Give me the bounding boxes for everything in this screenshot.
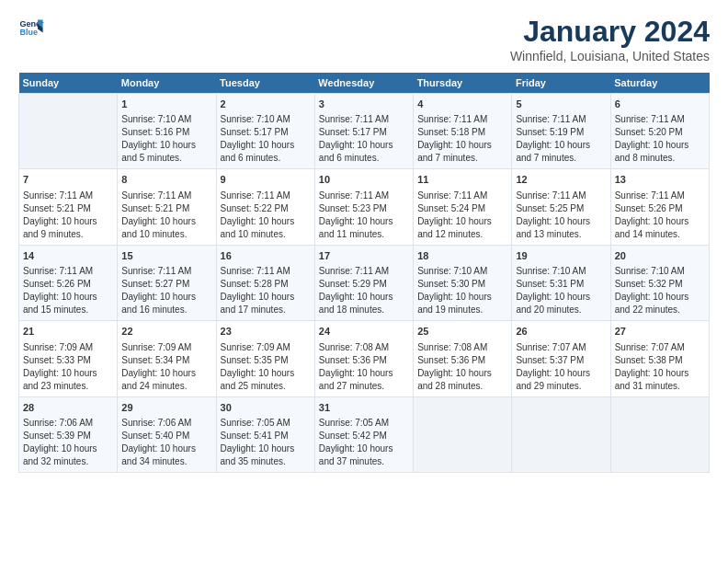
calendar-cell: 8Sunrise: 7:11 AMSunset: 5:21 PMDaylight… [118,169,216,245]
day-info-line: Daylight: 10 hours [221,442,311,455]
day-info-line: and 6 minutes. [221,152,311,165]
day-info-line: Sunset: 5:26 PM [615,202,705,215]
day-info-line: Daylight: 10 hours [516,139,606,152]
day-info-line: Sunrise: 7:10 AM [417,265,507,278]
day-info-line: and 9 minutes. [23,228,113,241]
calendar-cell: 24Sunrise: 7:08 AMSunset: 5:36 PMDayligh… [314,321,413,396]
day-info-line: Sunrise: 7:11 AM [516,113,606,126]
day-info-line: Sunrise: 7:08 AM [319,341,409,354]
day-info-line: Sunrise: 7:09 AM [121,341,211,354]
day-info-line: and 12 minutes. [417,228,507,241]
day-info-line: Sunrise: 7:11 AM [23,190,113,202]
calendar-cell: 26Sunrise: 7:07 AMSunset: 5:37 PMDayligh… [512,321,610,396]
day-info-line: and 8 minutes. [615,152,705,165]
day-info-line: and 24 minutes. [121,380,211,393]
day-info-line: Sunrise: 7:11 AM [516,190,606,202]
day-info-line: Daylight: 10 hours [417,139,507,152]
day-info-line: and 10 minutes. [221,228,311,241]
day-number: 1 [121,98,211,111]
day-info-line: Sunset: 5:32 PM [615,278,705,291]
calendar-cell: 20Sunrise: 7:10 AMSunset: 5:32 PMDayligh… [610,245,709,320]
day-info-line: Daylight: 10 hours [121,139,211,152]
day-info-line: Sunset: 5:17 PM [221,126,311,139]
day-info-line: and 17 minutes. [221,304,311,316]
day-info-line: and 34 minutes. [121,455,211,468]
day-info-line: Sunset: 5:21 PM [23,202,113,215]
day-info-line: and 23 minutes. [23,380,113,393]
day-info-line: Daylight: 10 hours [319,291,409,304]
day-info-line: Sunrise: 7:06 AM [121,417,211,430]
day-info-line: Daylight: 10 hours [221,215,311,228]
day-number: 15 [121,249,211,263]
day-info-line: Sunset: 5:36 PM [417,354,507,367]
day-number: 21 [23,325,113,339]
day-info-line: Sunset: 5:40 PM [121,430,211,442]
calendar-cell: 2Sunrise: 7:10 AMSunset: 5:17 PMDaylight… [216,94,314,169]
day-info-line: Sunset: 5:37 PM [516,354,606,367]
calendar-cell [610,396,709,472]
day-number: 28 [23,401,113,415]
day-info-line: and 27 minutes. [319,380,409,393]
day-info-line: Sunrise: 7:11 AM [319,113,409,126]
day-info-line: Daylight: 10 hours [23,442,113,455]
calendar-cell [512,396,610,472]
header-sunday: Sunday [19,73,118,94]
day-info-line: Daylight: 10 hours [121,367,211,380]
calendar-table: Sunday Monday Tuesday Wednesday Thursday… [18,73,710,473]
day-number: 25 [417,325,507,339]
week-row-2: 7Sunrise: 7:11 AMSunset: 5:21 PMDaylight… [19,169,710,245]
day-info-line: and 31 minutes. [615,380,705,393]
day-info-line: Sunrise: 7:11 AM [417,113,507,126]
day-number: 13 [615,173,705,187]
day-info-line: Sunset: 5:39 PM [23,430,113,442]
day-info-line: Sunset: 5:22 PM [221,202,311,215]
page-header: General Blue January 2024 Winnfield, Lou… [18,15,710,63]
day-info-line: Sunrise: 7:06 AM [23,417,113,430]
day-info-line: Daylight: 10 hours [23,367,113,380]
day-info-line: Sunset: 5:18 PM [417,126,507,139]
day-info-line: Sunset: 5:26 PM [23,278,113,291]
day-info-line: and 7 minutes. [417,152,507,165]
day-info-line: Sunrise: 7:11 AM [121,265,211,278]
calendar-cell: 22Sunrise: 7:09 AMSunset: 5:34 PMDayligh… [118,321,216,396]
day-info-line: Sunset: 5:21 PM [121,202,211,215]
day-number: 18 [417,249,507,263]
day-info-line: Sunrise: 7:09 AM [221,341,311,354]
logo-icon: General Blue [18,15,44,40]
day-info-line: Sunrise: 7:11 AM [221,190,311,202]
day-info-line: Sunrise: 7:10 AM [615,265,705,278]
calendar-cell: 31Sunrise: 7:05 AMSunset: 5:42 PMDayligh… [314,396,413,472]
calendar-cell: 7Sunrise: 7:11 AMSunset: 5:21 PMDaylight… [19,169,118,245]
day-info-line: Daylight: 10 hours [319,367,409,380]
calendar-cell: 9Sunrise: 7:11 AMSunset: 5:22 PMDaylight… [216,169,314,245]
title-section: January 2024 Winnfield, Louisiana, Unite… [510,15,710,63]
week-row-1: 1Sunrise: 7:10 AMSunset: 5:16 PMDaylight… [19,94,710,169]
calendar-body: 1Sunrise: 7:10 AMSunset: 5:16 PMDaylight… [19,94,710,473]
day-info-line: and 6 minutes. [319,152,409,165]
day-info-line: and 7 minutes. [516,152,606,165]
calendar-cell: 12Sunrise: 7:11 AMSunset: 5:25 PMDayligh… [512,169,610,245]
calendar-cell: 30Sunrise: 7:05 AMSunset: 5:41 PMDayligh… [216,396,314,472]
calendar-cell: 16Sunrise: 7:11 AMSunset: 5:28 PMDayligh… [216,245,314,320]
day-info-line: Daylight: 10 hours [615,367,705,380]
day-info-line: Sunrise: 7:11 AM [417,190,507,202]
day-info-line: Daylight: 10 hours [319,215,409,228]
day-info-line: Sunset: 5:29 PM [319,278,409,291]
day-info-line: Daylight: 10 hours [121,442,211,455]
calendar-cell: 18Sunrise: 7:10 AMSunset: 5:30 PMDayligh… [414,245,512,320]
day-info-line: Daylight: 10 hours [417,291,507,304]
day-info-line: Daylight: 10 hours [319,442,409,455]
day-info-line: and 18 minutes. [319,304,409,316]
day-number: 22 [121,325,211,339]
day-info-line: Sunrise: 7:07 AM [615,341,705,354]
calendar-cell: 11Sunrise: 7:11 AMSunset: 5:24 PMDayligh… [414,169,512,245]
day-info-line: Daylight: 10 hours [121,291,211,304]
day-info-line: Sunset: 5:27 PM [121,278,211,291]
day-info-line: Sunset: 5:17 PM [319,126,409,139]
day-number: 5 [516,98,606,111]
day-number: 2 [221,98,311,111]
day-info-line: and 28 minutes. [417,380,507,393]
day-info-line: and 15 minutes. [23,304,113,316]
header-monday: Monday [118,73,216,94]
day-number: 30 [221,401,311,415]
